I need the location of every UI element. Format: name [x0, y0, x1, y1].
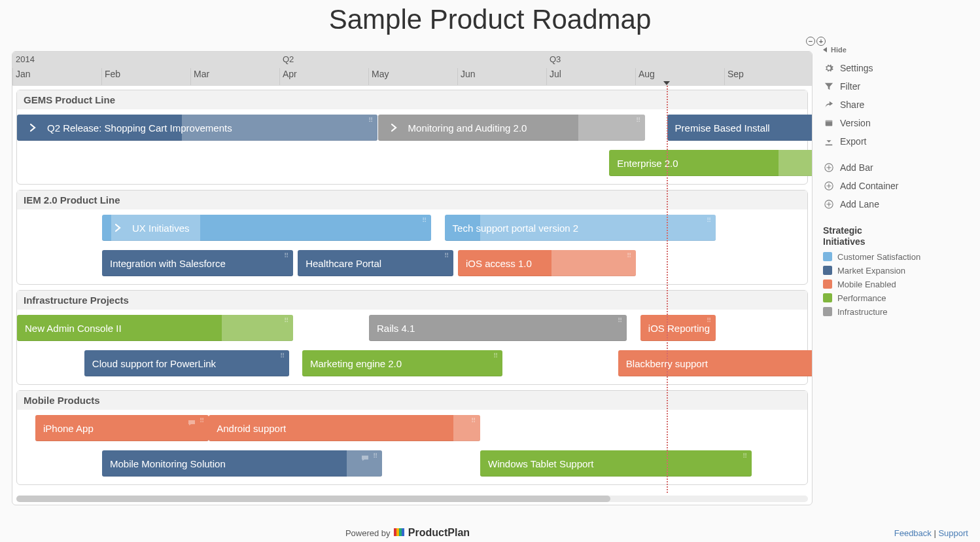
- grip-icon[interactable]: ⠿: [493, 352, 499, 359]
- expand-icon[interactable]: [25, 120, 41, 136]
- grip-icon[interactable]: ⠿: [284, 317, 289, 324]
- roadmap-bar[interactable]: Windows Tablet Support⠿: [480, 450, 752, 477]
- plus-icon: [824, 181, 833, 190]
- add-bar-button[interactable]: Add Bar: [823, 158, 967, 177]
- grip-icon[interactable]: ⠿: [284, 252, 289, 259]
- roadmap-bar[interactable]: Enterprise 2.0⠿: [609, 150, 812, 176]
- brand-flag-icon: [394, 528, 404, 538]
- roadmap-bar[interactable]: New Admin Console II⠿: [17, 315, 293, 341]
- powered-by-label: Powered by: [345, 528, 391, 538]
- share-label: Share: [840, 99, 864, 110]
- zoom-out-button[interactable]: −: [806, 37, 815, 46]
- grip-icon[interactable]: ⠿: [280, 352, 285, 359]
- add-container-button[interactable]: Add Container: [823, 177, 967, 195]
- support-link[interactable]: Support: [938, 528, 968, 538]
- legend-label: Performance: [837, 293, 886, 303]
- comment-icon: [188, 417, 196, 428]
- legend-item[interactable]: Market Expansion: [823, 264, 967, 278]
- grip-icon[interactable]: ⠿: [636, 117, 641, 124]
- bar-label: Android support: [217, 423, 286, 434]
- plus-icon: [824, 163, 833, 172]
- legend-item[interactable]: Mobile Enabled: [823, 278, 967, 291]
- hide-label: Hide: [831, 46, 847, 54]
- grip-icon[interactable]: ⠿: [368, 117, 374, 124]
- legend-swatch: [823, 280, 832, 289]
- lane-title: Mobile Products: [17, 391, 807, 410]
- bar-label: Integration with Salesforce: [110, 258, 226, 269]
- roadmap-bar[interactable]: Cloud support for PowerLink⠿: [84, 350, 289, 376]
- legend-title: StrategicInitiatives: [823, 225, 967, 247]
- legend-item[interactable]: Infrastructure: [823, 305, 967, 319]
- grip-icon[interactable]: ⠿: [707, 217, 712, 224]
- roadmap-bar[interactable]: Rails 4.1⠿: [369, 315, 627, 341]
- legend-swatch: [823, 266, 832, 275]
- year-label: 2014: [16, 54, 35, 64]
- scrollbar-thumb[interactable]: [16, 496, 610, 502]
- add-container-label: Add Container: [840, 181, 899, 191]
- filter-button[interactable]: Filter: [823, 77, 967, 96]
- expand-icon[interactable]: [110, 220, 126, 236]
- zoom-in-button[interactable]: +: [816, 37, 826, 46]
- export-button[interactable]: Export: [823, 132, 967, 151]
- row: Q2 Release: Shopping Cart Improvements⠿M…: [17, 115, 807, 143]
- bar-label: iOS access 1.0: [466, 258, 532, 269]
- grip-icon[interactable]: ⠿: [200, 417, 205, 424]
- grip-icon[interactable]: ⠿: [422, 217, 427, 224]
- roadmap-bar[interactable]: iOS Reporting⠿: [640, 315, 716, 341]
- filter-label: Filter: [840, 81, 860, 92]
- brand-name: ProductPlan: [408, 527, 470, 538]
- plus-icon: [824, 200, 833, 209]
- lane: Infrastructure ProjectsNew Admin Console…: [16, 290, 808, 385]
- roadmap-bar[interactable]: Mobile Monitoring Solution⠿: [102, 450, 382, 477]
- grip-icon[interactable]: ⠿: [444, 252, 449, 259]
- bar-label: Windows Tablet Support: [488, 458, 593, 469]
- roadmap-bar[interactable]: UX Initiatives⠿: [102, 215, 431, 241]
- bar-label: New Admin Console II: [25, 323, 122, 334]
- expand-icon[interactable]: [386, 120, 402, 136]
- bar-label: Enterprise 2.0: [617, 158, 678, 169]
- legend-item[interactable]: Performance: [823, 291, 967, 305]
- roadmap-bar[interactable]: iPhone App⠿: [35, 415, 209, 441]
- lane-title: IEM 2.0 Product Line: [17, 190, 807, 209]
- settings-button[interactable]: Settings: [823, 59, 967, 77]
- month-label: Jun: [461, 69, 476, 79]
- grip-icon[interactable]: ⠿: [707, 317, 712, 324]
- bar-label: Monitoring and Auditing 2.0: [408, 122, 527, 134]
- version-label: Version: [840, 118, 871, 128]
- grip-icon[interactable]: ⠿: [373, 452, 378, 460]
- roadmap-bar[interactable]: Tech support portal version 2⠿: [445, 215, 716, 241]
- lane: GEMS Product LineQ2 Release: Shopping Ca…: [16, 90, 808, 185]
- grip-icon[interactable]: ⠿: [743, 452, 748, 460]
- hide-panel-button[interactable]: Hide: [823, 46, 967, 54]
- roadmap-bar[interactable]: Monitoring and Auditing 2.0⠿: [378, 115, 645, 141]
- row: Enterprise 2.0⠿: [17, 150, 807, 179]
- month-label: Jan: [16, 69, 31, 79]
- roadmap-bar[interactable]: Blackberry support⠿: [618, 350, 812, 376]
- roadmap-bar[interactable]: Premise Based Install⠿: [667, 115, 812, 141]
- share-icon: [824, 100, 833, 109]
- bar-label: iOS Reporting: [648, 323, 710, 334]
- feedback-link[interactable]: Feedback: [894, 528, 932, 538]
- share-button[interactable]: Share: [823, 96, 967, 114]
- grip-icon[interactable]: ⠿: [471, 417, 476, 424]
- side-panel: Hide Settings Filter Share Version Expor…: [823, 46, 967, 319]
- gear-icon: [824, 63, 833, 73]
- roadmap-bar[interactable]: Integration with Salesforce⠿: [102, 250, 293, 276]
- roadmap-bar[interactable]: Healthcare Portal⠿: [298, 250, 453, 276]
- horizontal-scrollbar[interactable]: [16, 496, 808, 502]
- lane: IEM 2.0 Product LineUX Initiatives⠿Tech …: [16, 190, 808, 285]
- month-label: Apr: [283, 69, 297, 79]
- bar-label: Cloud support for PowerLink: [92, 358, 216, 369]
- grip-icon[interactable]: ⠿: [627, 252, 632, 259]
- roadmap-bar[interactable]: Android support⠿: [209, 415, 480, 441]
- version-button[interactable]: Version: [823, 114, 967, 132]
- grip-icon[interactable]: ⠿: [618, 317, 623, 324]
- legend-label: Infrastructure: [837, 307, 888, 317]
- bar-label: Marketing engine 2.0: [310, 358, 402, 369]
- add-lane-button[interactable]: Add Lane: [823, 195, 967, 213]
- roadmap-bar[interactable]: iOS access 1.0⠿: [458, 250, 636, 276]
- roadmap-bar[interactable]: Q2 Release: Shopping Cart Improvements⠿: [17, 115, 377, 141]
- roadmap-bar[interactable]: Marketing engine 2.0⠿: [302, 350, 502, 376]
- legend-item[interactable]: Customer Satisfaction: [823, 250, 967, 264]
- time-header: 2014 Q2Q3 JanFebMarAprMayJunJulAugSep: [12, 52, 812, 86]
